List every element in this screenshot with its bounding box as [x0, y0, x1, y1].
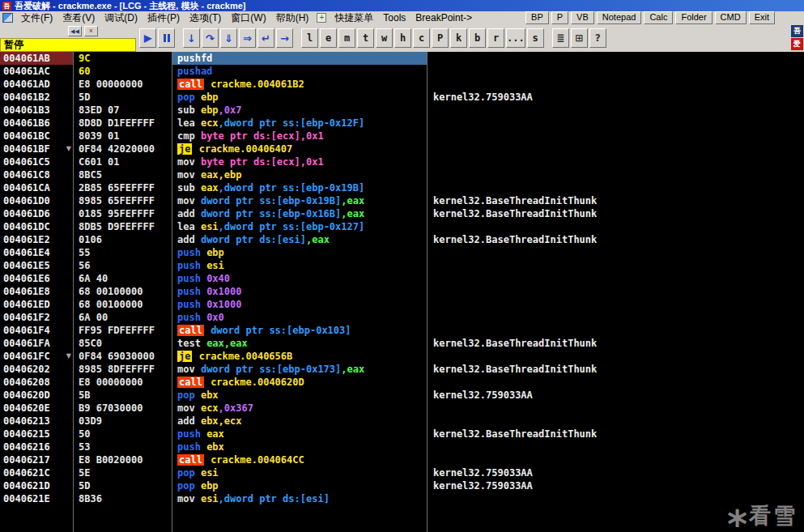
ins-seg: ,eax	[306, 234, 330, 245]
disasm-row[interactable]: 004061FA85C0test eax,eaxkernel32.BaseThr…	[0, 337, 804, 350]
run-button[interactable]: ▶	[139, 28, 156, 48]
comment-cell	[428, 181, 804, 194]
disasm-row[interactable]: 004061BF▼0F84 42020000je crackme.0040640…	[0, 143, 804, 155]
panel-button-references[interactable]: r	[487, 28, 504, 48]
comment-cell	[428, 130, 804, 143]
disasm-row[interactable]: 004061D60185 95FEFFFFadd dword ptr ss:[e…	[0, 207, 804, 220]
pause-button[interactable]	[158, 28, 175, 48]
bytes-cell: 8BC5	[74, 168, 172, 181]
menu-button-folder[interactable]: Folder	[675, 11, 712, 24]
disasm-row[interactable]: 0040620EB9 67030000mov ecx,0x367	[0, 402, 804, 415]
disasm-row[interactable]: 00406217E8 B0020000call crackme.004064CC	[0, 453, 804, 466]
panel-button-patches[interactable]: P	[432, 28, 449, 48]
menu-plugins[interactable]: 插件(P)	[143, 11, 185, 24]
toolbar-step-over-button[interactable]: ↷	[202, 28, 219, 48]
disasm-row[interactable]: 004061B68D8D D1FEFFFFlea ecx,dword ptr s…	[0, 117, 804, 130]
menu-button-notepad[interactable]: Notepad	[597, 11, 642, 24]
disasm-row[interactable]: 004061E868 00100000push 0x1000	[0, 285, 804, 298]
plus-icon[interactable]: +	[317, 13, 326, 23]
disasm-row[interactable]: 004061DC8DB5 D9FEFFFFlea esi,dword ptr s…	[0, 220, 804, 233]
disasm-row[interactable]: 004061C5C601 01mov byte ptr ds:[ecx],0x1	[0, 155, 804, 168]
column-separator[interactable]	[73, 52, 74, 532]
menu-options[interactable]: 选项(T)	[185, 11, 226, 24]
menu-button-cmd[interactable]: CMD	[715, 11, 747, 24]
toolbar-goto-button[interactable]: →	[276, 28, 293, 48]
title-bar[interactable]: 吾 吾爱破解 - crackme.exe - [LCG - 主线程, 模块 - …	[0, 0, 804, 11]
toolbar-logo-top-icon[interactable]: 吾	[791, 25, 803, 37]
disasm-row[interactable]: 0040621303D9add ebx,ecx	[0, 415, 804, 428]
disasm-row[interactable]: 0040621D5Dpop ebpkernel32.759033AA	[0, 479, 804, 492]
panel-button-handles[interactable]: h	[394, 28, 411, 48]
panel-button-call-stack[interactable]: k	[450, 28, 467, 48]
disasm-row[interactable]: 0040620D5Bpop ebxkernel32.759033AA	[0, 389, 804, 402]
menu-button-calc[interactable]: Calc	[644, 11, 673, 24]
toolbar-options-panel-button[interactable]: ≣	[552, 28, 569, 48]
instruction-cell: test eax,eax	[172, 337, 428, 350]
menu-button-exit[interactable]: Exit	[749, 11, 775, 24]
panel-button-log[interactable]: l	[301, 28, 318, 48]
disasm-row[interactable]: 004061AB9Cpushfd	[0, 52, 804, 65]
mdi-system-icon[interactable]	[2, 13, 13, 23]
disasm-row[interactable]: 004061B25Dpop ebpkernel32.759033AA	[0, 91, 804, 104]
ins-seg: eax	[201, 182, 219, 194]
instruction-cell: push ebp	[172, 246, 428, 259]
disasm-row[interactable]: 004062028985 8DFEFFFFmov dword ptr ss:[e…	[0, 363, 804, 376]
comment-cell	[428, 143, 804, 155]
disasm-row[interactable]: 004061F26A 00push 0x0	[0, 311, 804, 324]
comment-cell	[428, 298, 804, 311]
ins-seg: ecx	[201, 402, 219, 414]
disasm-row[interactable]: 004061ED68 00100000push 0x1000	[0, 298, 804, 311]
menu-shortcut-menu[interactable]: 快捷菜单	[330, 11, 378, 24]
menu-tools[interactable]: Tools	[378, 11, 411, 24]
menu-help[interactable]: 帮助(H)	[271, 11, 314, 24]
panel-button-breakpoints[interactable]: b	[469, 28, 486, 48]
panel-button-source[interactable]: s	[527, 28, 544, 48]
disasm-row[interactable]: 0040621E8B36mov esi,dword ptr ds:[esi]	[0, 492, 804, 505]
disasm-row[interactable]: 00406208E8 00000000call crackme.0040620D	[0, 376, 804, 389]
instruction-cell: pushad	[172, 65, 428, 78]
panel-button-run-trace[interactable]: ...	[506, 28, 525, 48]
panel-button-windows[interactable]: w	[376, 28, 393, 48]
disasm-row[interactable]: 004061E455push ebp	[0, 246, 804, 259]
disasm-row[interactable]: 004061E556push esi	[0, 259, 804, 272]
menu-debug[interactable]: 调试(D)	[100, 11, 143, 24]
disasm-row[interactable]: 004061F4FF95 FDFEFFFFcall dword ptr ss:[…	[0, 324, 804, 337]
panel-button-executable-modules[interactable]: e	[320, 28, 337, 48]
menu-breakpoint[interactable]: BreakPoint->	[411, 11, 477, 24]
menu-file[interactable]: 文件(F)	[16, 11, 57, 24]
address-cell: 004061E2	[0, 233, 74, 246]
disasm-row[interactable]: 004061E66A 40push 0x40	[0, 272, 804, 285]
disasm-row[interactable]: 0040621653push ebx	[0, 440, 804, 453]
menu-button-vb[interactable]: VB	[571, 11, 594, 24]
disasm-row[interactable]: 004061BC8039 01cmp byte ptr ds:[ecx],0x1	[0, 130, 804, 143]
disasm-row[interactable]: 004061B383ED 07sub ebp,0x7	[0, 104, 804, 117]
panel-button-memory-map[interactable]: m	[338, 28, 355, 48]
disasm-row[interactable]: 004061ADE8 00000000call crackme.004061B2	[0, 78, 804, 91]
ins-seg: mov	[177, 364, 201, 375]
toolbar-help-panel-button[interactable]: ?	[589, 28, 606, 48]
panel-button-cpu[interactable]: c	[413, 28, 430, 48]
menu-button-p[interactable]: P	[551, 11, 568, 24]
column-separator[interactable]	[427, 52, 428, 532]
toolbar-logo-bottom-icon[interactable]: 爱	[791, 38, 803, 50]
disasm-row[interactable]: 004061D08985 65FEFFFFmov dword ptr ss:[e…	[0, 194, 804, 207]
menu-button-bp[interactable]: BP	[525, 11, 549, 24]
toolbar-close-button[interactable]: ×	[84, 26, 98, 36]
menu-window[interactable]: 窗口(W)	[226, 11, 270, 24]
toolbar-step-into-button[interactable]: ↓	[183, 28, 200, 48]
disasm-row[interactable]: 004061AC60pushad	[0, 65, 804, 78]
disasm-row[interactable]: 004061C88BC5mov eax,ebp	[0, 168, 804, 181]
toolbar-animate-into-button[interactable]: ⇓	[220, 28, 237, 48]
disasm-row[interactable]: 0040621C5Epop esikernel32.759033AA	[0, 466, 804, 479]
column-separator[interactable]	[172, 52, 172, 532]
disasm-row[interactable]: 004061FC▼0F84 69030000je crackme.0040656…	[0, 350, 804, 363]
disasm-row[interactable]: 004061E20106add dword ptr ds:[esi],eaxke…	[0, 233, 804, 246]
toolbar-windows-panel-button[interactable]: ⊞	[571, 28, 588, 48]
panel-button-threads[interactable]: t	[357, 28, 374, 48]
toolbar-animate-over-button[interactable]: ⇒	[239, 28, 256, 48]
toolbar-restart-button[interactable]: ◀◀	[68, 26, 82, 36]
menu-view[interactable]: 查看(V)	[57, 11, 100, 24]
disasm-row[interactable]: 004061CA2B85 65FEFFFFsub eax,dword ptr s…	[0, 181, 804, 194]
toolbar-until-return-button[interactable]: ↵	[257, 28, 274, 48]
disasm-row[interactable]: 0040621550push eaxkernel32.BaseThreadIni…	[0, 428, 804, 440]
